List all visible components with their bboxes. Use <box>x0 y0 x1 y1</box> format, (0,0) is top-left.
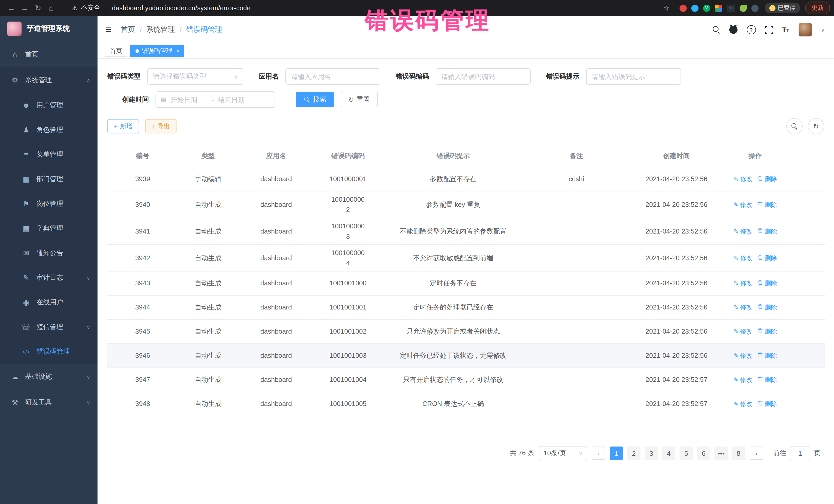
sidebar-item-4[interactable]: ≡菜单管理 <box>0 142 97 167</box>
delete-link[interactable]: 删除 <box>758 327 777 336</box>
extension-puzzle-icon[interactable] <box>751 4 758 12</box>
edit-link[interactable]: ✎修改 <box>733 226 752 236</box>
page-button-2[interactable]: 2 <box>627 446 640 460</box>
app-name-input[interactable] <box>285 68 380 85</box>
fullscreen-icon[interactable] <box>765 26 773 34</box>
delete-link[interactable]: 删除 <box>758 351 777 360</box>
goto-page-input[interactable] <box>790 446 810 460</box>
cell-remark <box>525 228 628 234</box>
sidebar-item-12[interactable]: </>错误码管理 <box>0 339 97 364</box>
cell-code: 1001001003 <box>314 348 381 364</box>
start-date-input[interactable] <box>170 95 208 104</box>
back-icon[interactable]: ← <box>5 2 18 14</box>
date-range-picker[interactable]: ▦ - <box>155 91 275 108</box>
error-code-input[interactable] <box>436 68 531 85</box>
reload-icon[interactable]: ↻ <box>32 2 44 14</box>
end-date-input[interactable] <box>217 95 256 104</box>
edit-link[interactable]: ✎修改 <box>733 175 752 184</box>
breadcrumb-home[interactable]: 首页 <box>120 25 135 35</box>
sidebar-item-7[interactable]: ▤字典管理 <box>0 216 97 241</box>
error-hint-input[interactable] <box>586 68 681 85</box>
reset-button[interactable]: ↻ 重置 <box>341 92 378 107</box>
delete-link[interactable]: 删除 <box>758 303 777 312</box>
chevron-down-icon[interactable]: ∨ <box>821 27 825 32</box>
extension-icon-3[interactable]: V <box>703 4 710 12</box>
filter-error-hint: 错误码提示 <box>546 68 681 85</box>
browser-right: ☆ V on 已暂停 更新 <box>663 2 830 14</box>
edit-link[interactable]: ✎修改 <box>733 200 752 209</box>
extension-icon-6[interactable] <box>739 4 746 12</box>
edit-link[interactable]: ✎修改 <box>733 351 752 360</box>
github-icon[interactable] <box>729 26 737 34</box>
url-bar[interactable]: dashboard.yudao.iocoder.cn/system/error-… <box>112 4 251 12</box>
delete-link[interactable]: 删除 <box>758 200 777 209</box>
sidebar-item-0[interactable]: ⌂首页 <box>0 42 97 67</box>
sidebar-item-10[interactable]: ◉在线用户 <box>0 290 97 314</box>
delete-link[interactable]: 删除 <box>758 175 777 184</box>
page-button-5[interactable]: 5 <box>680 446 693 460</box>
extension-icon-4[interactable] <box>715 4 722 12</box>
refresh-table-button[interactable]: ↻ <box>808 118 824 134</box>
page-button-8[interactable]: 8 <box>732 446 745 460</box>
forward-icon[interactable]: → <box>19 2 31 14</box>
prev-page-button[interactable]: ‹ <box>592 446 605 460</box>
page-button-6[interactable]: 6 <box>697 446 710 460</box>
sidebar-item-5[interactable]: ▦部门管理 <box>0 167 97 192</box>
edit-link[interactable]: ✎修改 <box>733 303 752 312</box>
page-button-1[interactable]: 1 <box>610 446 623 460</box>
export-button[interactable]: ↓ 导出 <box>145 119 177 133</box>
page-button-3[interactable]: 3 <box>644 446 658 460</box>
edit-label: 修改 <box>740 200 752 209</box>
sidebar-item-8[interactable]: ✉通知公告 <box>0 241 97 265</box>
edit-link[interactable]: ✎修改 <box>733 375 752 385</box>
sidebar-item-2[interactable]: ☻用户管理 <box>0 93 97 117</box>
hamburger-icon[interactable]: ≡ <box>106 24 111 36</box>
font-size-icon[interactable]: TT <box>782 26 789 34</box>
next-page-button[interactable]: › <box>750 446 763 460</box>
delete-link[interactable]: 删除 <box>758 253 777 263</box>
search-icon[interactable] <box>712 26 720 34</box>
extension-icon-1[interactable] <box>679 4 686 12</box>
search-button[interactable]: 搜索 <box>295 92 334 107</box>
sidebar-item-9[interactable]: ✎审计日志∨ <box>0 265 97 290</box>
bookmark-star-icon[interactable]: ☆ <box>663 4 670 12</box>
sidebar-item-14[interactable]: ⚒研发工具∨ <box>0 390 97 415</box>
help-icon[interactable]: ? <box>746 25 756 35</box>
cell-time: 2021-04-20 23:52:56 <box>628 324 725 340</box>
edit-link[interactable]: ✎修改 <box>733 327 752 336</box>
sidebar-item-11[interactable]: ☏短信管理∨ <box>0 314 97 339</box>
security-chip[interactable]: ⚠ 不安全 dashboard.yudao.iocoder.cn/system/… <box>72 4 251 12</box>
user-avatar[interactable] <box>798 23 812 37</box>
table-row: 3946自动生成dashboard1001001003定时任务已经处于该状态，无… <box>107 344 825 368</box>
sidebar-item-1[interactable]: ⚙系统管理∧ <box>0 67 97 93</box>
extension-icon-5[interactable]: on <box>726 4 735 12</box>
edit-link[interactable]: ✎修改 <box>733 399 752 409</box>
show-search-button[interactable] <box>786 118 803 134</box>
close-icon[interactable]: × <box>176 48 179 54</box>
sidebar-item-13[interactable]: ☁基础设施∨ <box>0 364 97 390</box>
delete-link[interactable]: 删除 <box>758 399 777 409</box>
delete-link[interactable]: 删除 <box>758 375 777 385</box>
sidebar-item-3[interactable]: ♟角色管理 <box>0 117 97 142</box>
tab-home[interactable]: 首页 <box>105 45 127 57</box>
cell-id: 3944 <box>107 300 179 316</box>
paused-badge[interactable]: 已暂停 <box>765 3 800 13</box>
edit-link[interactable]: ✎修改 <box>733 253 752 263</box>
delete-link[interactable]: 删除 <box>758 226 777 236</box>
add-button[interactable]: + 新增 <box>107 119 139 133</box>
pagination-more-button[interactable]: ••• <box>715 446 728 460</box>
edit-link[interactable]: ✎修改 <box>733 279 752 288</box>
extension-icon-2[interactable] <box>691 4 698 12</box>
page-button-4[interactable]: 4 <box>662 446 675 460</box>
sidebar-item-label: 短信管理 <box>37 322 63 332</box>
cell-id: 3947 <box>107 372 179 388</box>
page-size-select[interactable]: 10条/页 ∨ <box>539 446 587 460</box>
browser-home-icon[interactable]: ⌂ <box>45 2 58 14</box>
app-logo[interactable]: 芋道管理系统 <box>0 16 97 42</box>
breadcrumb-system[interactable]: 系统管理 <box>146 25 175 35</box>
delete-link[interactable]: 删除 <box>758 279 777 288</box>
tab-error-code[interactable]: 错误码管理 × <box>130 45 184 57</box>
sidebar-item-6[interactable]: ⚑岗位管理 <box>0 192 97 216</box>
error-type-select[interactable]: 请选择错误码类型 ∨ <box>147 68 243 85</box>
update-button[interactable]: 更新 <box>805 2 830 14</box>
